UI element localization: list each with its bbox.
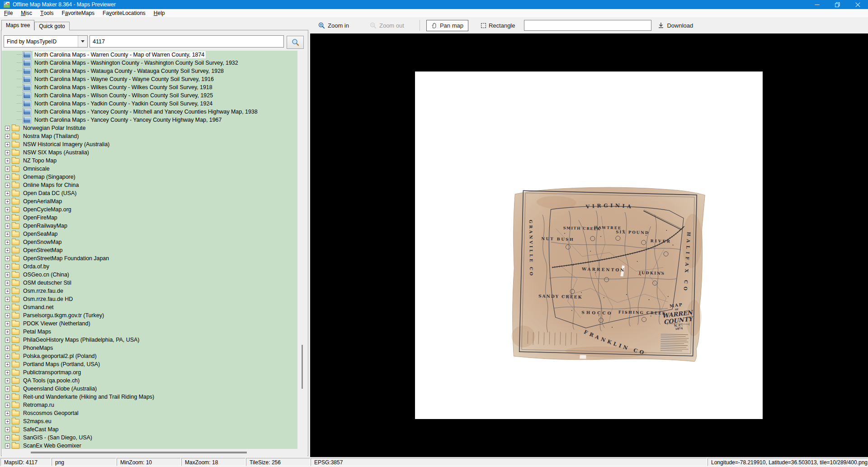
tree-map-item[interactable]: North Carolina Maps - Watauga County - W… bbox=[2, 67, 297, 75]
horizontal-scrollbar-thumb[interactable] bbox=[31, 452, 247, 453]
map-preview-area[interactable]: VIRGINIA GRANVILLE CO HALIFAX CO FRANKLI… bbox=[310, 33, 868, 457]
expand-plus-icon[interactable] bbox=[5, 427, 10, 432]
tree-folder-item[interactable]: OpenSeaMap bbox=[2, 230, 297, 238]
tree-folder-item[interactable]: OSGeo.cn (China) bbox=[2, 271, 297, 279]
expand-plus-icon[interactable] bbox=[5, 281, 10, 286]
tree-horizontal-scrollbar[interactable] bbox=[2, 449, 307, 456]
tree-folder-item[interactable]: OSM deutscher Stil bbox=[2, 279, 297, 287]
tree-folder-item[interactable]: SafeCast Map bbox=[2, 425, 297, 434]
menu-item[interactable]: Help bbox=[150, 9, 169, 17]
expand-plus-icon[interactable] bbox=[5, 240, 10, 245]
tree-map-item[interactable]: North Carolina Maps - Wilson County - Wi… bbox=[2, 91, 297, 100]
tree-folder-item[interactable]: QA Tools (qa.poole.ch) bbox=[2, 376, 297, 385]
tree-folder-item[interactable]: SanGIS - (San Diego, USA) bbox=[2, 434, 297, 442]
tree-folder-item[interactable]: Portland Maps (Portland, USA) bbox=[2, 360, 297, 368]
tree-folder-item[interactable]: Osm.rrze.fau.de HD bbox=[2, 295, 297, 303]
download-button[interactable]: Download bbox=[655, 20, 696, 31]
expand-plus-icon[interactable] bbox=[5, 232, 10, 237]
expand-plus-icon[interactable] bbox=[5, 338, 10, 343]
expand-plus-icon[interactable] bbox=[5, 411, 10, 416]
expand-plus-icon[interactable] bbox=[5, 354, 10, 359]
expand-plus-icon[interactable] bbox=[5, 183, 10, 188]
tree-folder-item[interactable]: PhilaGeoHistory Maps (Philadelphia, PA, … bbox=[2, 336, 297, 344]
tree-folder-item[interactable]: Osm.rrze.fau.de bbox=[2, 287, 297, 295]
tree-folder-item[interactable]: Polska.geoportal2.pl (Poland) bbox=[2, 352, 297, 360]
toolbar-text-input[interactable] bbox=[524, 20, 651, 31]
expand-plus-icon[interactable] bbox=[5, 386, 10, 391]
expand-plus-icon[interactable] bbox=[5, 199, 10, 204]
expand-plus-icon[interactable] bbox=[5, 126, 10, 131]
expand-plus-icon[interactable] bbox=[5, 443, 10, 448]
expand-plus-icon[interactable] bbox=[5, 403, 10, 408]
tree-folder-item[interactable]: Roscosmos Geoportal bbox=[2, 409, 297, 417]
rectangle-select-button[interactable]: Rectangle bbox=[478, 20, 518, 31]
tree-folder-item[interactable]: OpenFireMap bbox=[2, 214, 297, 222]
expand-plus-icon[interactable] bbox=[5, 272, 10, 277]
menu-item[interactable]: Tools bbox=[36, 9, 57, 17]
tree-folder-item[interactable]: Open Data DC (USA) bbox=[2, 189, 297, 197]
tree-folder-item[interactable]: Parselsorgu.tkgm.gov.tr (Turkey) bbox=[2, 311, 297, 319]
tree-folder-item[interactable]: Petal Maps bbox=[2, 328, 297, 336]
tree-folder-item[interactable]: NZ Topo Map bbox=[2, 157, 297, 165]
menu-item[interactable]: FavoriteLocations bbox=[99, 9, 150, 17]
search-input[interactable] bbox=[90, 35, 284, 48]
tree-folder-item[interactable]: Osmand.net bbox=[2, 303, 297, 311]
search-button[interactable] bbox=[287, 36, 304, 49]
tree-folder-item[interactable]: Orda.of.by bbox=[2, 262, 297, 271]
expand-plus-icon[interactable] bbox=[5, 346, 10, 351]
tree-folder-item[interactable]: Reit-und Wanderkarte (Hiking and Trail R… bbox=[2, 393, 297, 401]
tree-map-item[interactable]: North Carolina Maps - Yancey County - Ya… bbox=[2, 116, 297, 124]
tree-map-item[interactable]: North Carolina Maps - Wilkes County - Wi… bbox=[2, 83, 297, 91]
expand-plus-icon[interactable] bbox=[5, 435, 10, 440]
tree-folder-item[interactable]: NSW SIX Maps (Australia) bbox=[2, 148, 297, 157]
tree-folder-item[interactable]: OpenStreetMap bbox=[2, 246, 297, 254]
tree-folder-item[interactable]: OpenRailwayMap bbox=[2, 222, 297, 230]
expand-plus-icon[interactable] bbox=[5, 378, 10, 383]
tree-folder-item[interactable]: OpenSnowMap bbox=[2, 238, 297, 246]
expand-plus-icon[interactable] bbox=[5, 297, 10, 302]
expand-plus-icon[interactable] bbox=[5, 362, 10, 367]
expand-plus-icon[interactable] bbox=[5, 329, 10, 334]
expand-plus-icon[interactable] bbox=[5, 419, 10, 424]
expand-plus-icon[interactable] bbox=[5, 142, 10, 147]
tree-folder-item[interactable]: Retromap.ru bbox=[2, 401, 297, 409]
restore-button[interactable] bbox=[827, 0, 848, 9]
tree-map-item[interactable]: North Carolina Maps - Warren County - Ma… bbox=[2, 51, 297, 59]
zoom-in-button[interactable]: Zoom in bbox=[316, 20, 352, 31]
tree-folder-item[interactable]: Queensland Globe (Australia) bbox=[2, 385, 297, 393]
tree-folder-item[interactable]: OpenCycleMap.org bbox=[2, 205, 297, 214]
expand-plus-icon[interactable] bbox=[5, 395, 10, 400]
expand-plus-icon[interactable] bbox=[5, 313, 10, 318]
tree-vertical-scrollbar[interactable] bbox=[298, 51, 307, 449]
close-button[interactable] bbox=[848, 0, 868, 9]
expand-plus-icon[interactable] bbox=[5, 175, 10, 180]
tree-folder-item[interactable]: Online Maps for China bbox=[2, 181, 297, 189]
expand-plus-icon[interactable] bbox=[5, 248, 10, 253]
expand-plus-icon[interactable] bbox=[5, 370, 10, 375]
dropdown-arrow-button[interactable] bbox=[78, 36, 87, 47]
expand-plus-icon[interactable] bbox=[5, 224, 10, 229]
expand-plus-icon[interactable] bbox=[5, 215, 10, 220]
menu-item[interactable]: Misc bbox=[17, 9, 36, 17]
tree-map-item[interactable]: North Carolina Maps - Yancey County - Mi… bbox=[2, 108, 297, 116]
expand-plus-icon[interactable] bbox=[5, 321, 10, 326]
tab-quick-goto[interactable]: Quick goto bbox=[34, 22, 69, 30]
expand-plus-icon[interactable] bbox=[5, 191, 10, 196]
tree-map-item[interactable]: North Carolina Maps - Washington County … bbox=[2, 59, 297, 67]
tree-folder-item[interactable]: Nostra Map (Thailand) bbox=[2, 132, 297, 140]
expand-plus-icon[interactable] bbox=[5, 167, 10, 172]
tab-maps-tree[interactable]: Maps tree bbox=[1, 20, 34, 30]
expand-plus-icon[interactable] bbox=[5, 158, 10, 163]
menu-item[interactable]: File bbox=[0, 9, 17, 17]
tree-folder-item[interactable]: PDOK Viewer (Netherland) bbox=[2, 319, 297, 328]
tree-folder-item[interactable]: NSW Historical Imagery (Australia) bbox=[2, 140, 297, 148]
expand-plus-icon[interactable] bbox=[5, 150, 10, 155]
expand-plus-icon[interactable] bbox=[5, 256, 10, 261]
menu-item[interactable]: FavoriteMaps bbox=[57, 9, 99, 17]
expand-plus-icon[interactable] bbox=[5, 289, 10, 294]
pan-map-button[interactable]: Pan map bbox=[426, 20, 468, 31]
tree-folder-item[interactable]: ScanEx Web Geomixer bbox=[2, 442, 297, 449]
expand-plus-icon[interactable] bbox=[5, 305, 10, 310]
expand-plus-icon[interactable] bbox=[5, 134, 10, 139]
tree-folder-item[interactable]: PhoneMaps bbox=[2, 344, 297, 352]
